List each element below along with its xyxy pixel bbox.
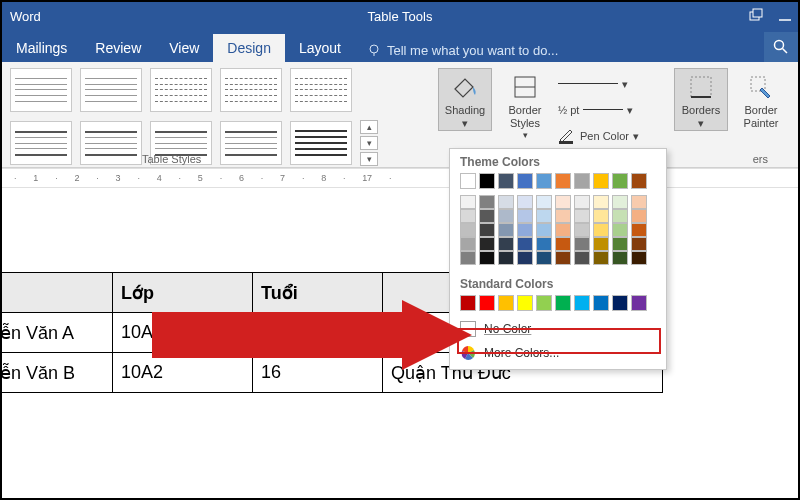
color-swatch[interactable] — [479, 209, 495, 223]
color-swatch[interactable] — [460, 295, 476, 311]
table-header-cell[interactable]: Lớp — [113, 273, 253, 313]
color-swatch[interactable] — [460, 209, 476, 223]
more-colors-item[interactable]: More Colors... — [450, 341, 666, 365]
color-swatch[interactable] — [612, 173, 628, 189]
shading-button[interactable]: Shading ▾ — [438, 68, 492, 131]
color-swatch[interactable] — [612, 195, 628, 209]
table-style-option[interactable] — [80, 121, 142, 165]
color-swatch[interactable] — [612, 251, 628, 265]
color-swatch[interactable] — [479, 195, 495, 209]
table-style-option[interactable] — [290, 68, 352, 112]
color-swatch[interactable] — [517, 209, 533, 223]
tab-review[interactable]: Review — [81, 34, 155, 62]
tab-view[interactable]: View — [155, 34, 213, 62]
color-swatch[interactable] — [555, 173, 571, 189]
table-header-cell[interactable] — [0, 273, 113, 313]
table-style-option[interactable] — [150, 68, 212, 112]
color-swatch[interactable] — [612, 209, 628, 223]
color-swatch[interactable] — [536, 295, 552, 311]
gallery-down-icon[interactable]: ▾ — [360, 136, 378, 150]
table-style-option[interactable] — [80, 68, 142, 112]
table-cell[interactable]: 16 — [253, 313, 383, 353]
color-swatch[interactable] — [612, 295, 628, 311]
color-swatch[interactable] — [631, 295, 647, 311]
color-swatch[interactable] — [631, 209, 647, 223]
color-swatch[interactable] — [555, 209, 571, 223]
border-styles-button[interactable]: Border Styles▾ — [498, 68, 552, 141]
color-swatch[interactable] — [460, 237, 476, 251]
pen-style-dropdown[interactable]: ▾ — [558, 72, 668, 96]
color-swatch[interactable] — [536, 173, 552, 189]
color-swatch[interactable] — [593, 173, 609, 189]
color-swatch[interactable] — [517, 195, 533, 209]
color-swatch[interactable] — [498, 195, 514, 209]
table-cell[interactable]: yễn Văn A — [0, 313, 113, 353]
minimize-icon[interactable] — [778, 9, 792, 23]
color-swatch[interactable] — [536, 251, 552, 265]
color-swatch[interactable] — [593, 251, 609, 265]
color-swatch[interactable] — [479, 223, 495, 237]
color-swatch[interactable] — [555, 251, 571, 265]
color-swatch[interactable] — [574, 209, 590, 223]
color-swatch[interactable] — [498, 295, 514, 311]
color-swatch[interactable] — [517, 237, 533, 251]
color-swatch[interactable] — [498, 237, 514, 251]
color-swatch[interactable] — [517, 295, 533, 311]
color-swatch[interactable] — [574, 295, 590, 311]
color-swatch[interactable] — [631, 223, 647, 237]
color-swatch[interactable] — [555, 195, 571, 209]
tab-design[interactable]: Design — [213, 34, 285, 62]
color-swatch[interactable] — [536, 223, 552, 237]
color-swatch[interactable] — [460, 251, 476, 265]
color-swatch[interactable] — [498, 173, 514, 189]
color-swatch[interactable] — [517, 251, 533, 265]
table-cell[interactable]: 10A2 — [113, 313, 253, 353]
color-swatch[interactable] — [612, 223, 628, 237]
tell-me-box[interactable]: Tell me what you want to do... — [361, 39, 764, 62]
color-swatch[interactable] — [631, 173, 647, 189]
color-swatch[interactable] — [631, 237, 647, 251]
color-swatch[interactable] — [536, 237, 552, 251]
color-swatch[interactable] — [555, 237, 571, 251]
color-swatch[interactable] — [612, 237, 628, 251]
border-painter-button[interactable]: Border Painter — [734, 68, 788, 130]
color-swatch[interactable] — [574, 251, 590, 265]
borders-button[interactable]: Borders ▾ — [674, 68, 728, 131]
color-swatch[interactable] — [631, 251, 647, 265]
color-swatch[interactable] — [479, 251, 495, 265]
color-swatch[interactable] — [498, 209, 514, 223]
color-swatch[interactable] — [479, 295, 495, 311]
pen-weight-dropdown[interactable]: ½ pt▾ — [558, 98, 668, 122]
color-swatch[interactable] — [536, 209, 552, 223]
color-swatch[interactable] — [498, 223, 514, 237]
color-swatch[interactable] — [517, 173, 533, 189]
color-swatch[interactable] — [574, 223, 590, 237]
color-swatch[interactable] — [479, 237, 495, 251]
color-swatch[interactable] — [574, 237, 590, 251]
color-swatch[interactable] — [574, 173, 590, 189]
table-style-option[interactable] — [220, 68, 282, 112]
color-swatch[interactable] — [593, 195, 609, 209]
color-swatch[interactable] — [555, 295, 571, 311]
gallery-more-icon[interactable]: ▾ — [360, 152, 378, 166]
table-style-option[interactable] — [10, 121, 72, 165]
gallery-up-icon[interactable]: ▴ — [360, 120, 378, 134]
table-styles-gallery[interactable]: ▴ ▾ ▾ — [2, 62, 417, 167]
color-swatch[interactable] — [631, 195, 647, 209]
table-cell[interactable]: yễn Văn B — [0, 353, 113, 393]
color-swatch[interactable] — [460, 195, 476, 209]
table-style-option[interactable] — [10, 68, 72, 112]
color-swatch[interactable] — [498, 251, 514, 265]
color-swatch[interactable] — [593, 223, 609, 237]
color-swatch[interactable] — [460, 223, 476, 237]
table-style-option[interactable] — [220, 121, 282, 165]
color-swatch[interactable] — [479, 173, 495, 189]
tab-mailings[interactable]: Mailings — [2, 34, 81, 62]
table-style-option[interactable] — [290, 121, 352, 165]
pen-color-dropdown[interactable]: Pen Color▾ — [558, 124, 668, 148]
restore-icon[interactable] — [748, 9, 764, 23]
color-swatch[interactable] — [555, 223, 571, 237]
color-swatch[interactable] — [574, 195, 590, 209]
color-swatch[interactable] — [593, 295, 609, 311]
color-swatch[interactable] — [593, 209, 609, 223]
